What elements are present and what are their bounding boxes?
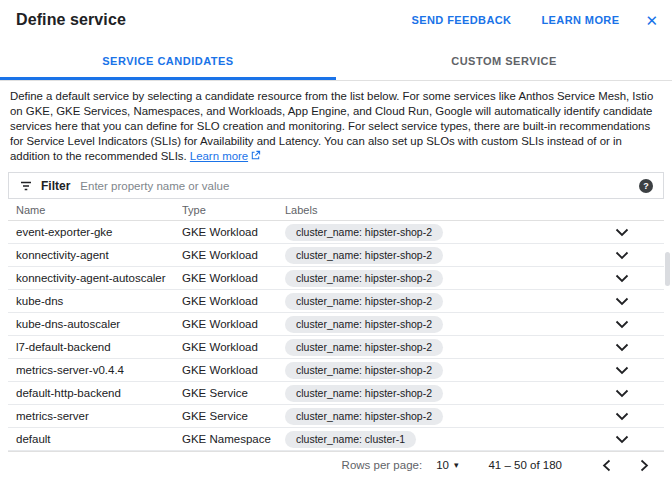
row-name: default-http-backend: [8, 387, 182, 399]
row-expand-cell: [594, 412, 664, 421]
row-expand-cell: [594, 297, 664, 306]
chevron-down-icon[interactable]: [615, 412, 629, 421]
row-expand-cell: [594, 320, 664, 329]
row-labels: cluster_name: hipster-shop-2: [285, 247, 594, 264]
row-name: default: [8, 433, 182, 445]
label-chip: cluster_name: hipster-shop-2: [285, 385, 443, 402]
page-title: Define service: [16, 11, 126, 29]
row-name: kube-dns: [8, 295, 182, 307]
row-expand-cell: [594, 274, 664, 283]
chevron-down-icon[interactable]: [615, 251, 629, 260]
label-chip: cluster_name: hipster-shop-2: [285, 293, 443, 310]
label-chip: cluster_name: hipster-shop-2: [285, 247, 443, 264]
row-labels: cluster_name: hipster-shop-2: [285, 408, 594, 425]
row-type: GKE Workload: [182, 341, 285, 353]
external-link-icon: [250, 150, 261, 161]
label-chip: cluster_name: hipster-shop-2: [285, 224, 443, 241]
table-row[interactable]: kube-dns-autoscaler GKE Workload cluster…: [8, 313, 664, 336]
row-name: konnectivity-agent: [8, 249, 182, 261]
table-row[interactable]: default-http-backend GKE Service cluster…: [8, 382, 664, 405]
table-row[interactable]: default GKE Namespace cluster_name: clus…: [8, 428, 664, 451]
table-body: event-exporter-gke GKE Workload cluster_…: [8, 221, 664, 451]
table-header: Name Type Labels: [8, 199, 664, 221]
next-page-button[interactable]: [632, 453, 656, 477]
chevron-down-icon[interactable]: [615, 366, 629, 375]
chevron-down-icon[interactable]: [615, 343, 629, 352]
filter-icon: [19, 179, 33, 193]
filter-label: Filter: [41, 179, 70, 193]
row-labels: cluster_name: hipster-shop-2: [285, 385, 594, 402]
rows-per-page-label: Rows per page:: [342, 459, 423, 471]
row-expand-cell: [594, 435, 664, 444]
pagination-range: 41 – 50 of 180: [488, 459, 562, 471]
label-chip: cluster_name: cluster-1: [285, 431, 416, 448]
rows-per-page-value: 10: [436, 459, 449, 471]
table-row[interactable]: event-exporter-gke GKE Workload cluster_…: [8, 221, 664, 244]
row-type: GKE Workload: [182, 364, 285, 376]
row-labels: cluster_name: cluster-1: [285, 431, 594, 448]
previous-page-button[interactable]: [594, 453, 618, 477]
row-name: kube-dns-autoscaler: [8, 318, 182, 330]
chevron-down-icon[interactable]: [615, 389, 629, 398]
help-icon[interactable]: ?: [639, 179, 653, 193]
row-labels: cluster_name: hipster-shop-2: [285, 224, 594, 241]
chevron-down-icon[interactable]: [615, 320, 629, 329]
row-expand-cell: [594, 366, 664, 375]
column-header-type: Type: [182, 204, 285, 216]
table-row[interactable]: metrics-server-v0.4.4 GKE Workload clust…: [8, 359, 664, 382]
tab-bar: SERVICE CANDIDATES CUSTOM SERVICE: [0, 40, 672, 81]
table-row[interactable]: metrics-server GKE Service cluster_name:…: [8, 405, 664, 428]
row-expand-cell: [594, 228, 664, 237]
row-expand-cell: [594, 251, 664, 260]
tab-custom-service[interactable]: CUSTOM SERVICE: [336, 40, 672, 80]
send-feedback-button[interactable]: SEND FEEDBACK: [412, 14, 512, 26]
tab-service-candidates[interactable]: SERVICE CANDIDATES: [0, 40, 336, 80]
row-type: GKE Workload: [182, 249, 285, 261]
row-labels: cluster_name: hipster-shop-2: [285, 316, 594, 333]
row-type: GKE Workload: [182, 318, 285, 330]
table-row[interactable]: konnectivity-agent GKE Workload cluster_…: [8, 244, 664, 267]
learn-more-label: Learn more: [190, 150, 248, 162]
description: Define a default service by selecting a …: [0, 81, 672, 170]
label-chip: cluster_name: hipster-shop-2: [285, 339, 443, 356]
description-learn-more-link[interactable]: Learn more: [190, 150, 261, 162]
learn-more-button[interactable]: LEARN MORE: [541, 14, 619, 26]
row-labels: cluster_name: hipster-shop-2: [285, 293, 594, 310]
scrollbar-thumb[interactable]: [665, 252, 670, 286]
chevron-down-icon[interactable]: [615, 274, 629, 283]
row-type: GKE Service: [182, 410, 285, 422]
row-expand-cell: [594, 389, 664, 398]
chevron-left-icon: [602, 459, 611, 472]
description-text: Define a default service by selecting a …: [10, 90, 653, 162]
row-labels: cluster_name: hipster-shop-2: [285, 270, 594, 287]
row-name: metrics-server: [8, 410, 182, 422]
row-name: konnectivity-agent-autoscaler: [8, 272, 182, 284]
rows-per-page-select[interactable]: 10 ▾: [436, 459, 458, 471]
chevron-down-icon[interactable]: [615, 435, 629, 444]
row-type: GKE Workload: [182, 295, 285, 307]
row-name: l7-default-backend: [8, 341, 182, 353]
label-chip: cluster_name: hipster-shop-2: [285, 270, 443, 287]
column-header-name: Name: [8, 204, 182, 216]
row-labels: cluster_name: hipster-shop-2: [285, 339, 594, 356]
chevron-down-icon[interactable]: [615, 228, 629, 237]
table-row[interactable]: kube-dns GKE Workload cluster_name: hips…: [8, 290, 664, 313]
dropdown-caret-icon: ▾: [454, 460, 459, 470]
table-row[interactable]: konnectivity-agent-autoscaler GKE Worklo…: [8, 267, 664, 290]
filter-bar[interactable]: Filter ?: [8, 172, 664, 199]
row-type: GKE Service: [182, 387, 285, 399]
row-name: metrics-server-v0.4.4: [8, 364, 182, 376]
row-name: event-exporter-gke: [8, 226, 182, 238]
label-chip: cluster_name: hipster-shop-2: [285, 362, 443, 379]
table-row[interactable]: l7-default-backend GKE Workload cluster_…: [8, 336, 664, 359]
row-labels: cluster_name: hipster-shop-2: [285, 362, 594, 379]
close-icon[interactable]: ✕: [645, 13, 658, 28]
filter-input[interactable]: [80, 180, 639, 192]
column-header-labels: Labels: [285, 204, 594, 216]
chevron-right-icon: [640, 459, 649, 472]
row-type: GKE Workload: [182, 272, 285, 284]
row-type: GKE Workload: [182, 226, 285, 238]
chevron-down-icon[interactable]: [615, 297, 629, 306]
row-type: GKE Namespace: [182, 433, 285, 445]
candidates-panel: Filter ? Name Type Labels event-exporter…: [8, 172, 664, 478]
